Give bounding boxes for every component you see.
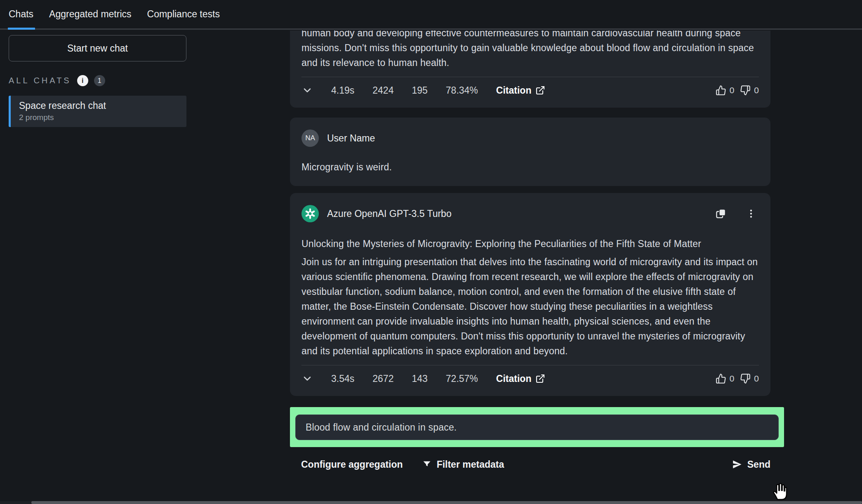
prompt-tokens-value: 2424 — [372, 85, 393, 96]
mouse-cursor — [772, 482, 789, 501]
latency-value: 4.19s — [331, 85, 354, 96]
citation-link[interactable]: Citation — [496, 85, 546, 96]
citation-link[interactable]: Citation — [496, 373, 546, 384]
configure-aggregation-label: Configure aggregation — [301, 459, 403, 470]
configure-aggregation-button[interactable]: Configure aggregation — [301, 459, 403, 470]
metrics-row: 3.54s 2672 143 72.57% Citation 0 0 — [301, 365, 759, 384]
send-label: Send — [747, 459, 770, 470]
metrics-row: 4.19s 2424 195 78.34% Citation 0 — [301, 77, 759, 96]
ellipsis-vertical-icon — [746, 208, 756, 219]
thumbs-down-count: 0 — [754, 374, 759, 384]
score-value: 78.34% — [446, 85, 478, 96]
user-avatar: NA — [301, 130, 319, 147]
assistant-message-title: Unlocking the Mysteries of Microgravity:… — [301, 236, 759, 251]
tab-aggregated-metrics[interactable]: Aggregated metrics — [49, 0, 131, 28]
model-name: Azure OpenAI GPT-3.5 Turbo — [327, 208, 452, 219]
filter-metadata-button[interactable]: Filter metadata — [422, 459, 504, 470]
thumbs-down-icon — [740, 85, 751, 96]
copy-icon — [715, 208, 727, 219]
user-name: User Name — [327, 133, 375, 144]
tab-chats[interactable]: Chats — [9, 0, 33, 28]
send-button[interactable]: Send — [732, 457, 770, 472]
copy-button[interactable] — [715, 208, 727, 219]
user-message-text: Microgravity is weird. — [301, 160, 759, 174]
prompt-input[interactable] — [295, 415, 779, 440]
thumbs-up-icon — [716, 85, 726, 96]
latency-value: 3.54s — [331, 373, 354, 384]
thumbs-down-count: 0 — [754, 85, 759, 95]
assistant-message-card: Azure OpenAI GPT-3.5 Turbo Unlocking the… — [290, 193, 770, 396]
openai-logo — [301, 205, 319, 222]
all-chats-header: ALL CHATS i 1 — [9, 75, 186, 86]
user-message-card: NA User Name Microgravity is weird. — [290, 118, 770, 186]
filter-funnel-icon — [422, 459, 432, 469]
citation-label: Citation — [496, 85, 532, 96]
chat-count-badge: 1 — [94, 75, 105, 86]
completion-tokens-value: 195 — [412, 85, 427, 96]
message-menu-button[interactable] — [746, 208, 756, 219]
score-value: 72.57% — [446, 373, 478, 384]
thumbs-down-button[interactable]: 0 — [740, 85, 759, 96]
external-link-icon — [535, 374, 545, 384]
thumbs-up-button[interactable]: 0 — [716, 85, 735, 96]
sidebar-item-space-research-chat[interactable]: Space research chat 2 prompts — [9, 96, 186, 127]
start-new-chat-button[interactable]: Start new chat — [9, 35, 186, 61]
composer-actions: Configure aggregation Filter metadata Se… — [290, 457, 770, 472]
top-nav: Chats Aggregated metrics Compliance test… — [0, 0, 862, 30]
prompt-tokens-value: 2672 — [372, 373, 393, 384]
thumbs-down-button[interactable]: 0 — [740, 373, 759, 384]
external-link-icon — [535, 85, 545, 95]
chevron-down-icon[interactable] — [301, 85, 313, 96]
chat-item-title: Space research chat — [19, 100, 178, 111]
horizontal-scrollbar-thumb[interactable] — [31, 501, 862, 504]
send-icon — [732, 459, 742, 470]
thumbs-up-icon — [716, 373, 726, 384]
message-text: human body and developing effective coun… — [301, 31, 759, 70]
thumbs-up-button[interactable]: 0 — [716, 373, 735, 384]
horizontal-scrollbar-track[interactable] — [0, 501, 862, 504]
tab-compliance-tests[interactable]: Compliance tests — [147, 0, 220, 28]
assistant-message-card-truncated: human body and developing effective coun… — [290, 31, 770, 108]
thumbs-up-count: 0 — [730, 374, 735, 384]
citation-label: Citation — [496, 373, 532, 384]
composer-highlight-region — [290, 407, 784, 447]
sidebar: Start new chat ALL CHATS i 1 Space resea… — [9, 35, 186, 127]
assistant-message-text: Join us for an intriguing presentation t… — [301, 254, 759, 358]
chevron-down-icon[interactable] — [301, 373, 313, 384]
completion-tokens-value: 143 — [412, 373, 427, 384]
thumbs-down-icon — [740, 373, 751, 384]
all-chats-label: ALL CHATS — [9, 76, 71, 85]
truncated-message-clip: human body and developing effective coun… — [290, 31, 770, 113]
chat-item-subtitle: 2 prompts — [19, 113, 178, 122]
filter-metadata-label: Filter metadata — [437, 459, 504, 470]
info-icon[interactable]: i — [77, 75, 88, 86]
thumbs-up-count: 0 — [730, 85, 735, 95]
chat-thread: human body and developing effective coun… — [290, 31, 770, 472]
